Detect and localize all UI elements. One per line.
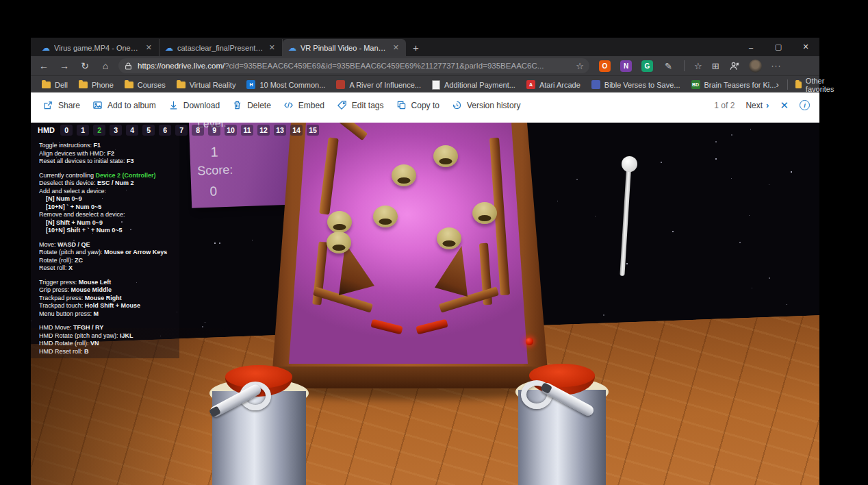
- delete-button[interactable]: Delete: [232, 100, 271, 110]
- bookmark-phone[interactable]: Phone: [79, 81, 114, 89]
- tab-close-icon[interactable]: ✕: [268, 43, 277, 52]
- site-icon: BD: [691, 80, 700, 89]
- tab-strip: ☁Virus game.MP4 - OneDrive✕☁catasclear_f…: [31, 38, 819, 56]
- office-extension[interactable]: O: [599, 60, 611, 72]
- profile-avatar[interactable]: [749, 60, 762, 73]
- divider: [684, 60, 685, 71]
- download-button[interactable]: Download: [168, 100, 220, 110]
- bookmark-dell[interactable]: Dell: [42, 81, 68, 89]
- tab-close-icon[interactable]: ✕: [392, 43, 400, 52]
- device-0: 0: [60, 125, 73, 136]
- bumper: [472, 202, 497, 224]
- share-person-icon[interactable]: [729, 61, 739, 71]
- site-icon: A: [526, 80, 535, 89]
- embed-button[interactable]: Embed: [283, 100, 324, 110]
- device-13: 13: [274, 125, 286, 136]
- pinball-ball: [526, 338, 533, 345]
- device-7: 7: [175, 125, 188, 136]
- bookmark-atari-arcade[interactable]: AAtari Arcade: [526, 80, 580, 89]
- folder-icon: [79, 82, 88, 88]
- device-9: 9: [208, 125, 220, 136]
- maximize-button[interactable]: ▢: [765, 42, 792, 51]
- favorites-bar-icon[interactable]: ☆: [694, 61, 702, 71]
- folder-icon: [125, 82, 133, 88]
- copy-icon: [396, 100, 407, 110]
- viewer-close-icon[interactable]: ✕: [780, 99, 789, 112]
- bookmark-bible-verses-to-save[interactable]: Bible Verses to Save...: [591, 80, 680, 89]
- onedrive-cloud-icon: ☁: [288, 44, 296, 52]
- bookmarks-overflow-chevron[interactable]: ›: [776, 79, 778, 90]
- add-to-album-button[interactable]: Add to album: [92, 100, 156, 110]
- window-controls: – ▢ ✕: [737, 38, 819, 56]
- bumper: [392, 164, 416, 186]
- device-8: 8: [192, 125, 204, 136]
- device-4: 4: [126, 125, 138, 136]
- device-6: 6: [159, 125, 171, 136]
- device-15: 15: [307, 125, 319, 136]
- bumper: [433, 145, 458, 167]
- tags-icon: [337, 100, 347, 110]
- bookmark-a-river-of-influence[interactable]: A River of Influence...: [336, 80, 421, 89]
- url-text: https://onedrive.live.com/?cid=935BEAAC6…: [138, 62, 544, 70]
- refresh-icon[interactable]: ↻: [75, 60, 95, 71]
- version-history-button[interactable]: Version history: [452, 100, 521, 110]
- device-11: 11: [241, 125, 253, 136]
- favorite-star-icon[interactable]: ☆: [576, 61, 584, 71]
- bookmark-courses[interactable]: Courses: [125, 81, 166, 89]
- other-favorites[interactable]: Other favorites: [795, 77, 837, 93]
- tab-3[interactable]: ☁VR Pinball Video - Manuel Yupa✕: [283, 39, 406, 56]
- page-count: 1 of 2: [714, 101, 735, 110]
- new-tab-button[interactable]: +: [413, 42, 419, 53]
- site-icon: [591, 80, 600, 89]
- tab-close-icon[interactable]: ✕: [144, 43, 153, 52]
- score-label: Score:: [197, 163, 233, 179]
- wooden-cabinet: [264, 123, 551, 393]
- edit-tags-button[interactable]: Edit tags: [337, 100, 384, 110]
- tab-1[interactable]: ☁Virus game.MP4 - OneDrive✕: [36, 39, 159, 56]
- minimize-button[interactable]: –: [737, 43, 765, 51]
- forward-icon[interactable]: →: [54, 60, 75, 71]
- bookmark-virtual-reality[interactable]: Virtual Reality: [177, 81, 236, 89]
- bumper: [327, 232, 351, 253]
- next-button[interactable]: Next ›: [745, 100, 769, 110]
- bookmark-additional-payment[interactable]: Additional Payment...: [432, 80, 515, 90]
- device-5: 5: [142, 125, 155, 136]
- score-value: 0: [209, 184, 217, 199]
- album-icon: [92, 100, 103, 110]
- hmd-label: HMD: [38, 126, 55, 134]
- grammarly-extension[interactable]: G: [641, 60, 653, 72]
- site-icon: [336, 80, 345, 89]
- device-2: 2: [93, 125, 105, 136]
- folder-icon: [795, 82, 801, 88]
- history-icon: [452, 100, 462, 110]
- video-player-content[interactable]: Level: 1 Score: 0: [31, 123, 819, 485]
- delete-icon: [232, 100, 242, 110]
- plunger-knob: [622, 156, 637, 172]
- divider: [787, 79, 788, 90]
- bookmark-10-most-common[interactable]: H10 Most Common...: [246, 80, 325, 89]
- close-button[interactable]: ✕: [792, 42, 819, 51]
- settings-menu-icon[interactable]: ···: [771, 61, 782, 71]
- home-icon[interactable]: ⌂: [95, 60, 116, 71]
- onedrive-cloud-icon: ☁: [42, 44, 50, 52]
- device-10: 10: [225, 125, 237, 136]
- share-icon: [43, 100, 53, 110]
- bookmark-brain-teasers-for-ki[interactable]: BDBrain Teasers for Ki...: [691, 80, 776, 89]
- copy-to-button[interactable]: Copy to: [396, 100, 439, 110]
- onedrive-toolbar: ShareAdd to albumDownloadDeleteEmbedEdit…: [31, 92, 819, 118]
- download-icon: [168, 100, 179, 110]
- share-button[interactable]: Share: [43, 100, 80, 110]
- purple-playfield: [264, 123, 551, 393]
- embed-icon: [283, 100, 294, 110]
- level-value: 1: [210, 144, 218, 160]
- info-icon[interactable]: i: [800, 100, 810, 110]
- tab-2[interactable]: ☁catasclear_finalPresentation_con✕: [159, 39, 283, 56]
- pen-extension[interactable]: ✎: [663, 60, 674, 72]
- collections-icon[interactable]: ⊞: [712, 61, 719, 71]
- url-field[interactable]: https://onedrive.live.com/?cid=935BEAAC6…: [118, 58, 589, 73]
- back-icon[interactable]: ←: [34, 60, 54, 71]
- onedrive-cloud-icon: ☁: [165, 44, 173, 52]
- next-chevron-icon: ›: [766, 100, 769, 110]
- folder-icon: [177, 82, 186, 88]
- onenote-extension[interactable]: N: [620, 60, 632, 72]
